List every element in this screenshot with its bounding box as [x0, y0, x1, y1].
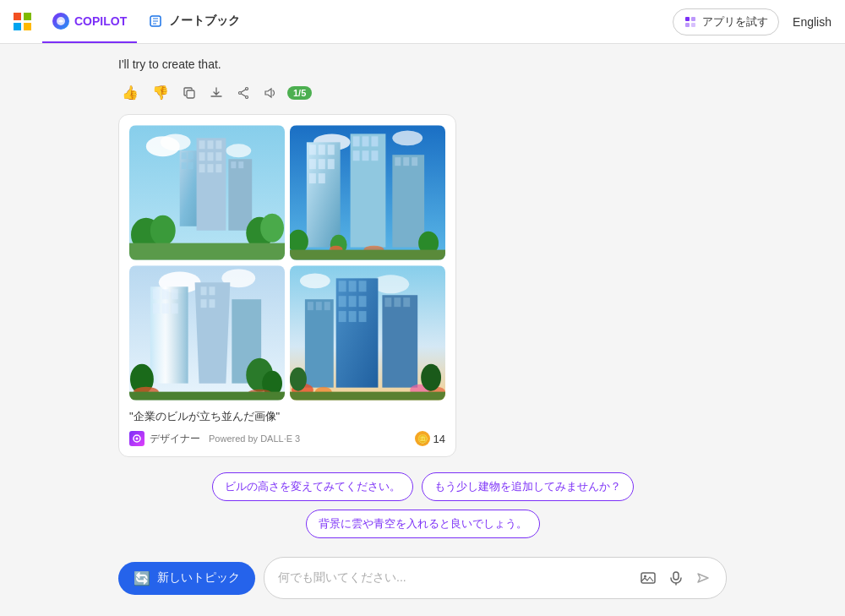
new-topic-label: 新しいトピック [157, 570, 240, 586]
share-icon [237, 86, 250, 100]
svg-point-11 [239, 91, 242, 94]
svg-rect-111 [384, 297, 391, 307]
image-card: "企業のビルが立ち並んだ画像" デザイナー Powered by DALL·E … [118, 114, 456, 457]
svg-rect-51 [328, 159, 335, 169]
svg-rect-82 [201, 286, 207, 295]
image-grid [129, 125, 445, 401]
coin-count: 14 [433, 433, 445, 445]
language-selector[interactable]: English [793, 15, 831, 29]
svg-rect-45 [307, 142, 341, 247]
svg-rect-57 [371, 136, 378, 146]
svg-rect-112 [394, 297, 401, 307]
svg-rect-77 [172, 289, 178, 299]
suggestion-chip-2[interactable]: 背景に雲や青空を入れると良いでしょう。 [306, 510, 540, 538]
svg-rect-84 [201, 299, 207, 308]
svg-rect-99 [359, 281, 367, 292]
copilot-tab-label: COPILOT [74, 14, 127, 28]
svg-rect-100 [339, 296, 346, 307]
image-input-button[interactable] [638, 568, 658, 588]
share-button[interactable] [233, 83, 254, 103]
svg-rect-35 [231, 161, 236, 168]
header-right: アプリを試す English [673, 8, 831, 35]
header: COPILOT ノートブック アプリを試す English [0, 0, 845, 44]
svg-rect-79 [162, 303, 169, 313]
designer-label: デザイナー [150, 432, 200, 446]
svg-rect-70 [290, 250, 445, 260]
svg-rect-31 [199, 164, 205, 172]
svg-rect-47 [319, 144, 325, 155]
svg-rect-21 [188, 152, 194, 159]
download-icon [210, 86, 223, 100]
svg-rect-6 [691, 17, 695, 21]
card-caption: "企業のビルが立ち並んだ画像" [129, 409, 445, 424]
svg-rect-8 [691, 23, 695, 27]
svg-rect-26 [207, 140, 213, 149]
input-area: 🔄 新しいトピック 何でも聞いてください... [0, 548, 845, 616]
tab-copilot[interactable]: COPILOT [42, 0, 137, 43]
download-button[interactable] [206, 83, 226, 103]
svg-rect-46 [309, 144, 316, 155]
svg-rect-53 [319, 173, 325, 183]
svg-rect-59 [363, 150, 369, 161]
dall-e-text: Powered by DALL·E 3 [209, 433, 300, 444]
send-button[interactable] [694, 569, 712, 587]
svg-rect-9 [187, 90, 194, 98]
svg-rect-48 [328, 144, 335, 155]
input-actions [638, 568, 712, 588]
svg-rect-27 [215, 140, 221, 149]
copy-icon [183, 86, 196, 100]
svg-rect-98 [349, 281, 357, 292]
svg-rect-92 [129, 392, 285, 401]
try-app-label: アプリを試す [702, 14, 768, 30]
svg-line-13 [242, 90, 246, 92]
svg-point-40 [260, 214, 284, 243]
chat-area: I'll try to create that. 👍 👎 [0, 44, 845, 462]
svg-rect-62 [395, 157, 401, 166]
svg-rect-32 [207, 164, 213, 172]
thumbs-up-button[interactable]: 👍 [118, 81, 142, 104]
svg-rect-109 [324, 302, 330, 310]
new-topic-button[interactable]: 🔄 新しいトピック [118, 562, 255, 595]
try-app-button[interactable]: アプリを試す [673, 8, 779, 35]
svg-rect-29 [207, 152, 213, 161]
main-content: I'll try to create that. 👍 👎 [0, 44, 845, 616]
svg-rect-75 [153, 289, 160, 299]
copy-button[interactable] [179, 83, 199, 103]
svg-rect-24 [197, 138, 226, 230]
try-app-icon [684, 15, 697, 29]
svg-rect-7 [685, 23, 690, 27]
svg-rect-76 [162, 289, 169, 299]
thumbs-down-button[interactable]: 👎 [149, 81, 172, 104]
image-cell-1[interactable] [129, 125, 285, 260]
image-cell-3[interactable] [129, 265, 285, 401]
svg-rect-108 [316, 302, 322, 310]
page-badge: 1/5 [287, 86, 312, 100]
svg-rect-104 [349, 311, 357, 322]
image-cell-4[interactable] [290, 265, 445, 401]
svg-line-14 [242, 94, 246, 96]
card-footer: デザイナー Powered by DALL·E 3 🪙 14 [129, 431, 445, 446]
svg-marker-81 [195, 282, 231, 383]
svg-point-38 [150, 215, 176, 246]
suggestion-chip-0[interactable]: ビルの高さを変えてみてください。 [212, 472, 413, 501]
svg-rect-52 [309, 173, 316, 183]
svg-rect-28 [199, 152, 205, 161]
action-toolbar: 👍 👎 [118, 81, 727, 104]
microphone-button[interactable] [667, 569, 685, 587]
suggestion-chip-1[interactable]: もう少し建物を追加してみませんか？ [422, 472, 634, 501]
svg-rect-83 [209, 286, 215, 295]
designer-icon [129, 431, 144, 446]
svg-rect-33 [215, 164, 221, 172]
svg-rect-101 [349, 296, 357, 307]
svg-rect-105 [359, 311, 367, 322]
input-box: 何でも聞いてください... [264, 557, 727, 599]
tab-notebook[interactable]: ノートブック [137, 0, 250, 43]
svg-point-118 [290, 368, 307, 391]
svg-rect-30 [215, 152, 221, 161]
svg-rect-125 [673, 572, 679, 580]
designer-badge: デザイナー Powered by DALL·E 3 [129, 431, 300, 446]
svg-rect-110 [382, 295, 417, 387]
image-cell-2[interactable] [290, 125, 445, 260]
svg-point-122 [136, 438, 139, 440]
volume-button[interactable] [260, 83, 281, 103]
